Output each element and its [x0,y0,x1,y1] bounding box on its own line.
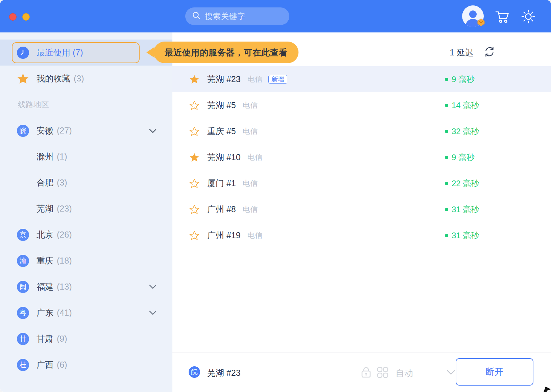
chevron-down-icon[interactable] [149,311,157,315]
latency-dot [445,104,448,107]
favorite-star-icon[interactable] [189,74,199,84]
server-name: 广州 #19 [207,230,241,241]
sidebar-item-gansu[interactable]: 甘 甘肃 (9) [0,326,172,352]
new-badge: 新增 [268,75,287,84]
cart-icon[interactable] [494,9,510,26]
latency-dot [445,156,448,159]
recent-tooltip: 最近使用的服务器，可在此查看 [146,42,298,63]
clock-icon [17,47,29,59]
server-row-5[interactable]: 广州 #8 电信 31 毫秒 [172,196,551,222]
close-window-button[interactable] [9,13,17,21]
sidebar-item-hefei[interactable]: 合肥 (3) [0,170,172,196]
latency-value: 31 毫秒 [445,204,479,215]
app-window: 搜索关键字 [0,0,551,392]
region-badge: 皖 [17,125,29,137]
server-name: 广州 #8 [207,204,236,215]
favorite-star-icon[interactable] [189,178,199,189]
server-row-0[interactable]: 芜湖 #23 电信 新增 9 毫秒 [172,66,551,92]
region-badge: 甘 [17,333,29,345]
latency-value: 31 毫秒 [445,230,479,241]
region-label: 福建 [37,281,53,292]
recent-label: 最近使用 (7) [37,47,83,58]
latency-value: 9 毫秒 [445,152,475,163]
sidebar-item-beijing[interactable]: 京 北京 (26) [0,222,172,248]
favorite-star-icon[interactable] [189,126,199,137]
favorites-count: (3) [74,74,84,83]
region-label: 重庆 [37,255,53,266]
server-carrier: 电信 [247,152,262,163]
latency-value: 22 毫秒 [445,178,479,189]
vip-badge-icon [476,18,486,28]
server-carrier: 电信 [247,74,262,84]
server-list-panel: 1 延迟 芜湖 #23 电信 新增 9 毫秒 [172,32,551,352]
sidebar-item-chongqing[interactable]: 渝 重庆 (18) [0,248,172,274]
server-name: 厦门 #1 [207,178,236,189]
window-controls [9,13,30,21]
latency-value: 32 毫秒 [445,126,479,137]
region-badge: 闽 [17,281,29,293]
server-row-2[interactable]: 重庆 #5 电信 32 毫秒 [172,118,551,144]
minimize-window-button[interactable] [22,13,30,21]
region-badge: 渝 [17,255,29,267]
connection-bar: 皖 芜湖 #23 自动 [172,352,551,392]
grid-mode-icon [377,366,389,380]
search-icon [192,11,201,21]
server-name: 芜湖 #5 [207,100,236,111]
disconnect-button[interactable]: 断开 [456,358,533,386]
sidebar: 最近使用 (7) 我的收藏 (3) 线路地区 皖 [0,32,172,392]
region-label: 广西 [37,359,53,370]
region-badge: 桂 [17,359,29,371]
region-label: 北京 [37,229,53,240]
search-input[interactable]: 搜索关键字 [185,7,289,25]
region-count: (27) [57,126,72,136]
city-count: (23) [57,204,72,214]
server-carrier: 电信 [247,230,262,241]
sidebar-item-chuzhou[interactable]: 滁州 (1) [0,144,172,170]
server-carrier: 电信 [243,178,258,189]
favorite-star-icon[interactable] [189,230,199,241]
chevron-up-icon[interactable] [149,128,157,133]
region-label: 广东 [37,307,53,318]
search-placeholder: 搜索关键字 [205,11,245,22]
mouse-cursor [540,385,551,392]
favorite-star-icon[interactable] [189,100,199,111]
list-header: 1 延迟 [450,44,495,61]
mode-selector[interactable]: 自动 [360,366,455,380]
region-count: (9) [57,334,67,344]
city-count: (3) [57,178,67,188]
region-count: (13) [57,282,72,292]
sidebar-item-anhui[interactable]: 皖 安徽 (27) [0,118,172,144]
refresh-icon[interactable] [484,46,495,59]
star-icon [17,73,29,85]
server-name: 芜湖 #23 [207,74,241,85]
city-label: 滁州 [37,151,53,162]
sidebar-item-favorites[interactable]: 我的收藏 (3) [0,66,172,92]
city-count: (1) [57,152,67,162]
region-count: (26) [57,230,72,240]
section-label-regions: 线路地区 [0,92,172,118]
latency-value: 9 毫秒 [445,74,475,85]
sidebar-item-guangdong[interactable]: 粤 广东 (41) [0,300,172,326]
current-server-name: 芜湖 #23 [207,367,241,378]
server-row-6[interactable]: 广州 #19 电信 31 毫秒 [172,222,551,248]
sidebar-item-guangxi[interactable]: 桂 广西 (6) [0,352,172,378]
tooltip-text: 最近使用的服务器，可在此查看 [154,42,298,63]
favorite-star-icon[interactable] [189,152,199,163]
chevron-down-icon[interactable] [447,370,455,376]
user-avatar[interactable] [462,5,484,27]
latency-dot [445,208,448,211]
server-rows: 芜湖 #23 电信 新增 9 毫秒 芜湖 #5 电信 14 毫秒 [172,66,551,248]
favorite-star-icon[interactable] [189,204,199,215]
favorites-label: 我的收藏 [37,73,70,84]
region-count: (41) [57,308,72,318]
sidebar-item-wuhu[interactable]: 芜湖 (23) [0,196,172,222]
lock-icon [360,366,372,380]
server-row-4[interactable]: 厦门 #1 电信 22 毫秒 [172,170,551,196]
settings-gear-icon[interactable] [521,9,536,26]
sidebar-item-fujian[interactable]: 闽 福建 (13) [0,274,172,300]
server-row-3[interactable]: 芜湖 #10 电信 9 毫秒 [172,144,551,170]
latency-dot [445,130,448,133]
region-count: (6) [57,360,67,370]
server-row-1[interactable]: 芜湖 #5 电信 14 毫秒 [172,92,551,118]
chevron-down-icon[interactable] [149,285,157,289]
